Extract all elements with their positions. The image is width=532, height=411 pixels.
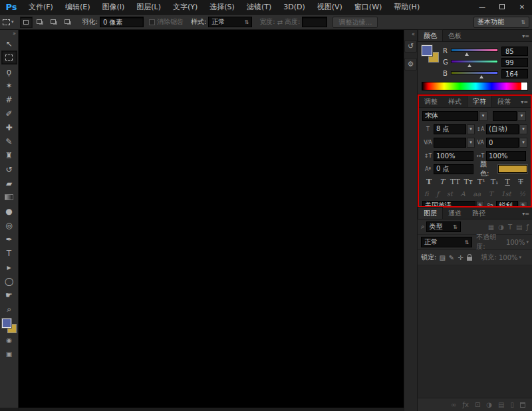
foreground-color-swatch[interactable] — [2, 319, 11, 328]
properties-panel-icon[interactable]: ⚙ — [404, 58, 417, 70]
slider-track[interactable] — [451, 71, 498, 74]
brush-tool-icon[interactable]: ✎ — [1, 134, 17, 148]
panel-menu-icon[interactable]: ▾≡ — [522, 33, 532, 41]
feather-input[interactable]: 0 像素 — [100, 17, 144, 27]
filter-group-layers-icon[interactable]: ▤ — [516, 223, 522, 231]
superscript-button[interactable]: T¹ — [476, 178, 487, 186]
layer-list[interactable] — [418, 265, 532, 398]
slider-thumb[interactable] — [467, 64, 471, 67]
height-input[interactable] — [302, 17, 327, 27]
fill-value[interactable]: 100% — [499, 254, 518, 261]
color-spectrum-bar[interactable] — [422, 82, 528, 90]
eraser-tool-icon[interactable]: ▰ — [1, 176, 17, 190]
tab-adjustments[interactable]: 调整 — [419, 96, 443, 107]
slider-track[interactable] — [451, 49, 498, 52]
channel-value-input[interactable]: 164 — [501, 69, 528, 78]
tab-channels[interactable]: 通道 — [443, 207, 467, 219]
subtract-selection-button[interactable] — [48, 17, 61, 28]
add-selection-button[interactable] — [34, 17, 47, 28]
menu-item[interactable]: 视图(V) — [311, 0, 348, 14]
eyedropper-tool-icon[interactable]: ✐ — [1, 106, 17, 120]
screen-mode-icon[interactable]: ▣ — [1, 347, 17, 361]
faux-italic-button[interactable]: T — [437, 178, 448, 186]
dock-collapse-icon[interactable]: « — [412, 31, 415, 37]
menu-item[interactable]: 图像(I) — [96, 0, 130, 14]
hand-tool-icon[interactable]: ☛ — [1, 288, 17, 302]
updown-arrows-icon[interactable]: ⇅ — [476, 201, 485, 208]
lock-pixels-icon[interactable]: ✎ — [449, 254, 454, 261]
opentype-button[interactable]: aa — [473, 190, 481, 198]
opentype-button[interactable]: T — [489, 190, 493, 198]
chevron-down-icon[interactable]: ▾ — [467, 124, 475, 134]
tracking-select[interactable]: 0 — [486, 138, 519, 148]
tab-character[interactable]: 字符 — [467, 95, 492, 107]
baseline-shift-input[interactable]: 0 点 — [434, 164, 473, 174]
r-slider[interactable] — [451, 47, 498, 55]
marquee-tool-icon[interactable] — [1, 51, 17, 65]
opentype-button[interactable]: A — [460, 190, 465, 198]
font-size-select[interactable]: 8 点 — [434, 124, 466, 134]
tab-layers[interactable]: 图层 — [418, 207, 443, 219]
filter-pixel-layers-icon[interactable]: ▦ — [488, 223, 494, 231]
menu-item[interactable]: 3D(D) — [277, 0, 311, 14]
foreground-color-swatch[interactable] — [422, 45, 432, 56]
close-button[interactable]: ✕ — [512, 0, 532, 14]
underline-button[interactable]: T — [502, 178, 513, 186]
new-layer-icon[interactable]: ▯ — [510, 401, 514, 408]
updown-arrows-icon[interactable]: ⇅ — [519, 201, 527, 208]
pen-tool-icon[interactable]: ✒ — [1, 232, 17, 246]
lock-transparency-icon[interactable]: ▨ — [439, 254, 445, 261]
lock-position-icon[interactable]: ✛ — [458, 254, 463, 261]
kerning-select[interactable] — [434, 138, 466, 148]
tab-paths[interactable]: 路径 — [467, 207, 491, 219]
slider-thumb[interactable] — [479, 75, 483, 78]
all-caps-button[interactable]: TT — [450, 178, 460, 186]
b-slider[interactable] — [451, 70, 498, 78]
opentype-button[interactable]: ½ — [519, 190, 525, 198]
opentype-button[interactable]: 1st — [501, 190, 511, 198]
intersect-selection-button[interactable] — [62, 17, 74, 28]
chevron-down-icon[interactable]: ▾ — [517, 111, 526, 121]
opentype-button[interactable]: ƒ — [436, 190, 439, 198]
subscript-button[interactable]: T₁ — [489, 178, 500, 186]
tab-swatches[interactable]: 色板 — [443, 30, 467, 41]
crop-tool-icon[interactable]: # — [1, 92, 17, 106]
strikethrough-button[interactable]: T — [515, 178, 526, 186]
zoom-tool-icon[interactable]: ⌕ — [1, 302, 17, 316]
lasso-tool-icon[interactable]: ϙ — [1, 65, 17, 78]
slider-track[interactable] — [451, 60, 498, 63]
clone-stamp-tool-icon[interactable]: ♜ — [1, 148, 17, 162]
workspace-select[interactable]: 基本功能 ⇅ — [473, 17, 529, 28]
antialias-checkbox[interactable] — [149, 19, 155, 25]
history-panel-icon[interactable]: ↺ — [404, 40, 417, 53]
tab-styles[interactable]: 样式 — [443, 96, 467, 107]
opacity-value[interactable]: 100% — [506, 239, 525, 246]
shape-tool-icon[interactable]: ◯ — [1, 274, 17, 288]
lock-all-icon[interactable] — [467, 257, 472, 261]
channel-value-input[interactable]: 85 — [501, 47, 528, 56]
menu-item[interactable]: 文字(Y) — [167, 0, 203, 14]
blend-mode-select[interactable]: 正常 ⇅ — [421, 237, 472, 247]
swap-dimensions-icon[interactable]: ⇄ — [277, 19, 283, 26]
filter-adjustment-layers-icon[interactable]: ◑ — [498, 223, 504, 231]
panel-menu-icon[interactable]: ▾≡ — [521, 99, 531, 107]
spectrum-white-swatch[interactable] — [521, 82, 527, 90]
menu-item[interactable]: 窗口(W) — [348, 0, 388, 14]
healing-brush-tool-icon[interactable]: ✚ — [1, 120, 17, 134]
font-style-select[interactable] — [493, 111, 517, 121]
new-selection-button[interactable] — [20, 17, 33, 28]
style-select[interactable]: 正常 ⇅ — [208, 17, 252, 27]
menu-item[interactable]: 帮助(H) — [388, 0, 426, 14]
menu-item[interactable]: 图层(L) — [130, 0, 167, 14]
refine-edge-button[interactable]: 调整边缘… — [332, 17, 378, 28]
filter-smart-object-icon[interactable]: ƒ — [526, 223, 529, 231]
chevron-down-icon[interactable]: ▾ — [519, 124, 527, 134]
layer-effects-icon[interactable]: ƒx — [462, 401, 468, 408]
filter-type-select[interactable]: 类型 ⇅ — [426, 221, 461, 232]
menu-item[interactable]: 编辑(E) — [59, 0, 96, 14]
chevron-down-icon[interactable]: ▾ — [479, 111, 487, 121]
antialias-select[interactable]: 锐利 — [496, 201, 518, 208]
small-caps-button[interactable]: Tᴛ — [463, 178, 473, 186]
dodge-tool-icon[interactable]: ◎ — [1, 218, 17, 232]
menu-item[interactable]: 选择(S) — [203, 0, 241, 14]
